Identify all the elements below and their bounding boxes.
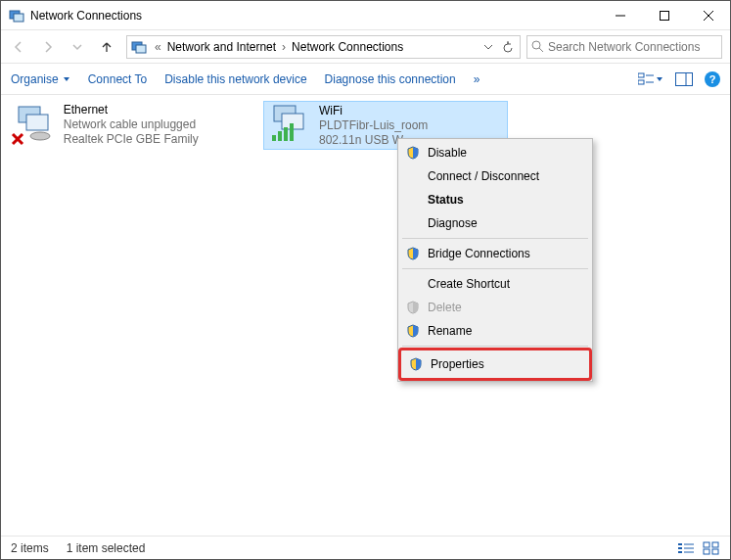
connection-status: Network cable unplugged xyxy=(64,117,251,132)
status-bar: 2 items 1 item selected xyxy=(1,536,730,559)
highlight-box: Properties xyxy=(398,348,592,381)
organise-label: Organise xyxy=(11,72,59,86)
window-title: Network Connections xyxy=(30,9,598,23)
up-button[interactable] xyxy=(93,33,120,61)
menu-item-diagnose[interactable]: Diagnose xyxy=(400,211,590,235)
preview-pane-button[interactable] xyxy=(675,72,693,86)
context-menu: Disable Connect / Disconnect Status Diag… xyxy=(397,138,593,382)
nav-row: « Network and Internet › Network Connect… xyxy=(1,30,730,64)
status-count: 2 items xyxy=(11,541,49,555)
search-input[interactable] xyxy=(548,40,717,54)
svg-rect-26 xyxy=(290,123,294,141)
status-selection: 1 item selected xyxy=(67,541,146,555)
svg-rect-36 xyxy=(712,549,718,554)
connection-name: WiFi xyxy=(319,104,428,118)
chevron-right-icon[interactable]: « xyxy=(151,40,165,54)
close-button[interactable] xyxy=(686,1,730,30)
menu-separator xyxy=(402,238,588,239)
connection-status: PLDTFibr-Luis_room xyxy=(319,118,428,133)
svg-rect-10 xyxy=(638,73,644,77)
maximize-button[interactable] xyxy=(642,1,686,30)
svg-rect-25 xyxy=(284,127,288,141)
svg-line-9 xyxy=(539,48,543,52)
menu-label: Connect / Disconnect xyxy=(428,169,539,183)
menu-item-delete: Delete xyxy=(400,296,590,319)
menu-item-rename[interactable]: Rename xyxy=(400,319,590,343)
search-box[interactable] xyxy=(526,35,722,59)
svg-rect-3 xyxy=(660,11,668,20)
connection-adapter: Realtek PCIe GBE Family Controller xyxy=(64,132,251,148)
menu-item-connect-disconnect[interactable]: Connect / Disconnect xyxy=(400,164,590,188)
chevron-right-icon[interactable]: › xyxy=(278,40,290,54)
menu-separator xyxy=(402,268,588,269)
back-button[interactable] xyxy=(5,33,32,61)
connection-name: Ethernet xyxy=(64,103,251,117)
svg-rect-34 xyxy=(712,542,718,547)
window: Network Connections « Network and Intern… xyxy=(0,0,731,560)
toolbar-overflow-button[interactable]: » xyxy=(474,72,480,86)
menu-label: Bridge Connections xyxy=(428,247,530,260)
svg-rect-7 xyxy=(136,45,146,53)
svg-rect-17 xyxy=(26,115,48,130)
wifi-icon xyxy=(266,104,313,147)
menu-item-status[interactable]: Status xyxy=(400,188,590,211)
menu-separator xyxy=(402,346,588,347)
search-icon xyxy=(531,40,544,53)
history-dropdown-button[interactable] xyxy=(479,42,498,52)
view-options-button[interactable] xyxy=(638,72,663,86)
connection-item-ethernet[interactable]: Ethernet Network cable unplugged Realtek… xyxy=(9,101,253,150)
menu-label: Disable xyxy=(428,146,467,160)
window-controls xyxy=(598,1,730,30)
menu-label: Status xyxy=(428,193,464,207)
breadcrumb-segment[interactable]: Network Connections xyxy=(290,40,405,54)
svg-rect-23 xyxy=(272,135,276,141)
ethernet-icon xyxy=(11,103,58,148)
help-icon[interactable]: ? xyxy=(705,71,720,87)
svg-point-8 xyxy=(532,41,540,49)
shield-icon xyxy=(404,301,422,314)
svg-point-18 xyxy=(30,132,50,140)
forward-button[interactable] xyxy=(34,33,62,61)
svg-rect-24 xyxy=(278,131,282,141)
organise-menu[interactable]: Organise xyxy=(11,72,70,86)
shield-icon xyxy=(404,247,422,260)
minimize-button[interactable] xyxy=(598,1,642,30)
svg-rect-1 xyxy=(14,14,23,22)
recent-locations-button[interactable] xyxy=(64,33,91,61)
menu-item-properties[interactable]: Properties xyxy=(403,352,587,376)
breadcrumb-segment[interactable]: Network and Internet xyxy=(165,40,278,54)
connect-to-button[interactable]: Connect To xyxy=(88,72,148,86)
address-bar[interactable]: « Network and Internet › Network Connect… xyxy=(126,35,521,59)
shield-icon xyxy=(407,357,425,371)
large-icon-view-button[interactable] xyxy=(703,541,720,555)
diagnose-button[interactable]: Diagnose this connection xyxy=(325,72,456,86)
menu-label: Properties xyxy=(431,357,484,371)
svg-rect-33 xyxy=(704,542,709,547)
shield-icon xyxy=(404,324,422,338)
svg-rect-35 xyxy=(704,549,709,554)
menu-item-create-shortcut[interactable]: Create Shortcut xyxy=(400,272,590,296)
network-connections-icon xyxy=(9,8,24,23)
toolbar: Organise Connect To Disable this network… xyxy=(1,64,730,95)
menu-label: Delete xyxy=(428,301,462,314)
titlebar: Network Connections xyxy=(1,1,730,30)
menu-label: Diagnose xyxy=(428,216,478,230)
refresh-button[interactable] xyxy=(498,41,518,53)
network-connections-icon xyxy=(131,39,147,55)
shield-icon xyxy=(404,146,422,160)
details-view-button[interactable] xyxy=(677,541,695,555)
svg-rect-14 xyxy=(676,72,693,85)
menu-label: Create Shortcut xyxy=(428,277,510,291)
svg-rect-11 xyxy=(638,80,644,84)
menu-item-bridge-connections[interactable]: Bridge Connections xyxy=(400,242,590,265)
disable-device-button[interactable]: Disable this network device xyxy=(164,72,306,86)
content-area[interactable]: Ethernet Network cable unplugged Realtek… xyxy=(1,95,730,536)
menu-label: Rename xyxy=(428,324,472,338)
menu-item-disable[interactable]: Disable xyxy=(400,141,590,164)
